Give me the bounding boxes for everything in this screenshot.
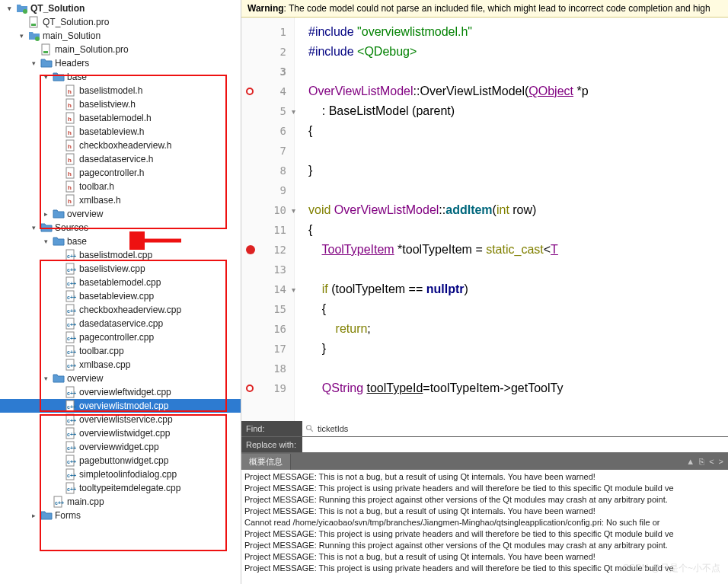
tree-item-base[interactable]: ▾base (0, 235, 241, 248)
tree-twisty[interactable]: ▸ (41, 210, 50, 218)
code-line[interactable]: ToolTypeItem *toolTypeItem = static_cast… (308, 240, 728, 260)
output-console[interactable]: Project MESSAGE: This is not a bug, but … (241, 470, 728, 584)
console-line[interactable]: Project MESSAGE: This is not a bug, but … (244, 506, 725, 517)
fold-icon[interactable]: ▾ (292, 206, 295, 215)
gutter-line[interactable]: 10▾ (241, 200, 294, 220)
tree-item-dasedataservice-h[interactable]: hdasedataservice.h (0, 152, 241, 166)
gutter-line[interactable]: 4 (241, 81, 294, 101)
tree-item-headers[interactable]: ▾Headers (0, 56, 241, 70)
fold-icon[interactable]: ▾ (292, 286, 295, 294)
tree-item-sources[interactable]: ▾Sources (0, 221, 241, 235)
tree-item-baselistview-h[interactable]: hbaselistview.h (0, 97, 241, 111)
find-input[interactable] (318, 424, 725, 433)
editor-gutter[interactable]: 12345▾678910▾11121314▾1516171819 (241, 18, 295, 421)
gutter-line[interactable]: 7 (241, 141, 294, 161)
tree-item-forms[interactable]: ▸Forms (0, 509, 241, 522)
gutter-line[interactable]: 6 (241, 121, 294, 141)
code-line[interactable]: #include "overviewlistmodel.h" (308, 22, 728, 42)
gutter-line[interactable]: 12 (241, 240, 294, 260)
gutter-line[interactable]: 11 (241, 220, 294, 240)
code-line[interactable] (308, 62, 728, 81)
tree-item-baselistview-cpp[interactable]: c++baselistview.cpp (0, 262, 241, 276)
console-line[interactable]: Cannot read /home/yicaobao/svn/tmp/branc… (244, 517, 725, 528)
tree-item-checkboxheaderview-h[interactable]: hcheckboxheaderview.h (0, 139, 241, 152)
tree-item-qt_solution-pro[interactable]: QT_Solution.pro (0, 15, 241, 29)
code-line[interactable]: OverViewListModel::OverViewListModel(QOb… (308, 81, 728, 101)
gutter-line[interactable]: 15 (241, 299, 294, 319)
nav-prev-icon[interactable]: < (709, 457, 714, 466)
code-line[interactable]: { (308, 121, 728, 141)
code-editor[interactable]: 12345▾678910▾11121314▾1516171819 #includ… (241, 18, 728, 421)
gutter-line[interactable]: 16 (241, 319, 294, 339)
tree-item-xmlbase-h[interactable]: hxmlbase.h (0, 193, 241, 207)
code-line[interactable]: { (308, 299, 728, 319)
console-line[interactable]: Project MESSAGE: Running this project ag… (244, 494, 725, 506)
code-line[interactable]: if (toolTypeItem == nullptr) (308, 279, 728, 299)
tree-twisty[interactable]: ▾ (41, 238, 50, 245)
tree-twisty[interactable]: ▾ (41, 73, 50, 81)
tree-item-baselistmodel-h[interactable]: hbaselistmodel.h (0, 84, 241, 97)
tree-item-overviewlistservice-cpp[interactable]: c++overviewlistservice.cpp (0, 413, 241, 426)
tree-item-overviewleftwidget-cpp[interactable]: c++overviewleftwidget.cpp (0, 385, 241, 399)
tree-item-overviewlistmodel-cpp[interactable]: c++overviewlistmodel.cpp (0, 399, 241, 413)
tree-twisty[interactable]: ▾ (5, 5, 14, 12)
tree-item-simpletoolinfodialog-cpp[interactable]: c++simpletoolinfodialog.cpp (0, 468, 241, 481)
code-line[interactable] (308, 180, 728, 200)
console-line[interactable]: Project MESSAGE: Running this project ag… (244, 540, 725, 551)
tree-item-pagecontroller-h[interactable]: hpagecontroller.h (0, 166, 241, 180)
tree-item-checkboxheaderview-cpp[interactable]: c++checkboxheaderview.cpp (0, 303, 241, 317)
console-line[interactable]: Project MESSAGE: This is not a bug, but … (244, 551, 725, 563)
tree-item-xmlbase-cpp[interactable]: c++xmlbase.cpp (0, 358, 241, 372)
pin-icon[interactable]: ⎘ (699, 457, 704, 466)
tree-item-overviewlistwidget-cpp[interactable]: c++overviewlistwidget.cpp (0, 426, 241, 440)
fold-icon[interactable]: ▾ (292, 107, 295, 116)
code-line[interactable]: QString toolTypeId=toolTypeItem->getTool… (308, 378, 728, 398)
tree-twisty[interactable]: ▾ (29, 59, 38, 67)
code-line[interactable] (308, 359, 728, 378)
tree-item-basetableview-cpp[interactable]: c++basetableview.cpp (0, 289, 241, 303)
code-line[interactable]: } (308, 339, 728, 359)
gutter-line[interactable]: 13 (241, 260, 294, 279)
tree-twisty[interactable]: ▾ (41, 375, 50, 382)
code-line[interactable]: void OverViewListModel::addItem(int row) (308, 200, 728, 220)
tree-item-pagebuttonwidget-cpp[interactable]: c++pagebuttonwidget.cpp (0, 454, 241, 468)
tree-twisty[interactable]: ▾ (17, 32, 26, 40)
gutter-line[interactable]: 9 (241, 180, 294, 200)
tree-item-baselistmodel-cpp[interactable]: c++baselistmodel.cpp (0, 248, 241, 262)
gutter-line[interactable]: 5▾ (241, 101, 294, 121)
editor-code-area[interactable]: #include "overviewlistmodel.h"#include <… (295, 18, 728, 421)
tree-item-overviewwidget-cpp[interactable]: c++overviewwidget.cpp (0, 440, 241, 454)
console-line[interactable]: Project MESSAGE: This project is using p… (244, 483, 725, 494)
tree-item-tooltypeitemdelegate-cpp[interactable]: c++tooltypeitemdelegate.cpp (0, 481, 241, 495)
code-line[interactable]: : BaseListModel (parent) (308, 101, 728, 121)
filter-icon[interactable]: ▲ (686, 457, 694, 466)
gutter-line[interactable]: 14▾ (241, 279, 294, 299)
nav-next-icon[interactable]: > (719, 457, 723, 466)
code-line[interactable]: #include <QDebug> (308, 42, 728, 62)
code-line[interactable] (308, 141, 728, 161)
tree-twisty[interactable]: ▾ (29, 224, 38, 231)
breakpoint-icon[interactable] (246, 385, 254, 392)
output-tab[interactable]: 概要信息 (241, 454, 291, 470)
code-line[interactable]: } (308, 161, 728, 180)
tree-item-qt_solution[interactable]: ▾QT_Solution (0, 2, 241, 15)
tree-item-base[interactable]: ▾base (0, 70, 241, 84)
tree-item-basetablemodel-h[interactable]: hbasetablemodel.h (0, 111, 241, 125)
project-tree-panel[interactable]: ▾QT_SolutionQT_Solution.pro▾main_Solutio… (0, 0, 241, 584)
tree-item-overview[interactable]: ▾overview (0, 372, 241, 385)
code-line[interactable]: { (308, 220, 728, 240)
tree-item-toolbar-cpp[interactable]: c++toolbar.cpp (0, 344, 241, 358)
console-line[interactable]: Project MESSAGE: This is not a bug, but … (244, 471, 725, 483)
gutter-line[interactable]: 1 (241, 22, 294, 42)
console-line[interactable]: Project MESSAGE: This project is using p… (244, 528, 725, 540)
console-line[interactable]: Project MESSAGE: This project is using p… (244, 563, 725, 574)
tree-item-overview[interactable]: ▸overview (0, 207, 241, 221)
gutter-line[interactable]: 18 (241, 359, 294, 378)
tree-item-basetableview-h[interactable]: hbasetableview.h (0, 125, 241, 139)
tree-item-dasedataservice-cpp[interactable]: c++dasedataservice.cpp (0, 317, 241, 330)
tree-item-toolbar-h[interactable]: htoolbar.h (0, 180, 241, 193)
tree-item-main_solution[interactable]: ▾main_Solution (0, 29, 241, 43)
gutter-line[interactable]: 17 (241, 339, 294, 359)
breakpoint-icon[interactable] (246, 88, 254, 95)
tree-twisty[interactable]: ▸ (29, 512, 38, 519)
